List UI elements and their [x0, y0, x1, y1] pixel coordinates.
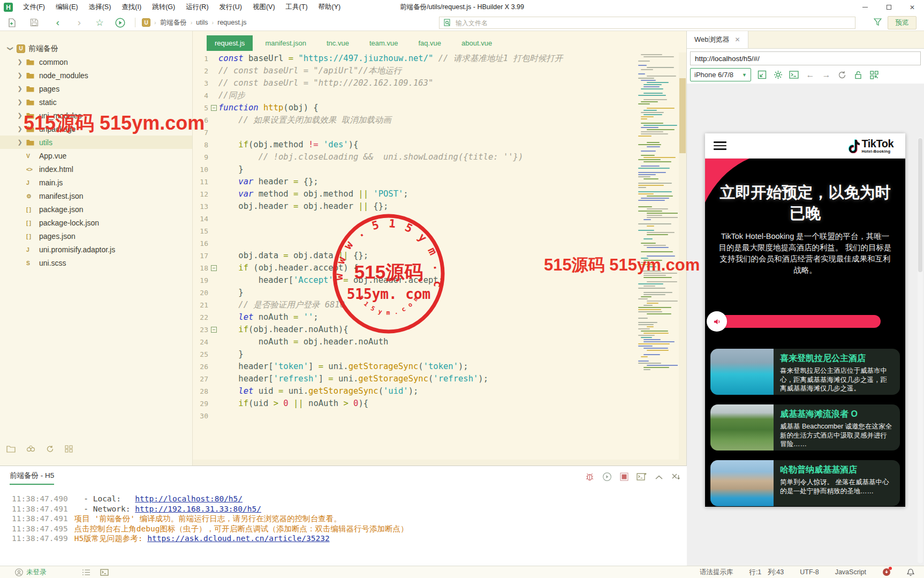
menu-工具(T)[interactable]: 工具(T) [281, 0, 313, 14]
menu-跳转(G)[interactable]: 跳转(G) [147, 0, 180, 14]
close-tab-icon[interactable]: ✕ [735, 36, 740, 43]
browser-refresh-button[interactable] [837, 70, 847, 80]
code-line-18[interactable]: 18− if (obj.header.accept) { [193, 262, 635, 274]
address-bar[interactable] [690, 51, 921, 65]
qr-code-button[interactable] [869, 70, 880, 80]
editor-tab-request.js[interactable]: request.js [207, 35, 253, 51]
line-number[interactable]: 11 [193, 176, 210, 188]
hotel-card[interactable]: 哈勒普纳威基基酒店简单到令人惊讶。 坐落在威基基中心的是一处宁静而精致的圣地…… [710, 460, 900, 506]
console-link[interactable]: http://192.168.31.33:80/h5/ [135, 505, 261, 513]
terminal-button[interactable] [100, 569, 109, 576]
menu-发行(U)[interactable]: 发行(U) [214, 0, 247, 14]
new-file-button[interactable] [6, 17, 17, 28]
menu-选择(S)[interactable]: 选择(S) [84, 0, 117, 14]
tree-folder-utils[interactable]: ❯utils [0, 136, 192, 149]
code-line-23[interactable]: 23− if(obj.header.noAuth){ [193, 324, 635, 336]
minimap[interactable] [638, 54, 678, 378]
code-line-8[interactable]: 8 if(obj.method != 'des'){ [193, 139, 635, 151]
line-number[interactable]: 9 [193, 151, 210, 163]
line-number[interactable]: 23 [193, 324, 210, 336]
code-line-26[interactable]: 26 header['token'] = uni.getStorageSync(… [193, 361, 635, 373]
console-link[interactable]: http://localhost:80/h5/ [135, 494, 243, 503]
line-number[interactable]: 20 [193, 287, 210, 299]
tree-file-uni.promisify.adaptor.js[interactable]: Juni.promisify.adaptor.js [0, 243, 192, 256]
run-button[interactable] [115, 17, 125, 28]
menu-编辑(E)[interactable]: 编辑(E) [50, 0, 84, 14]
tree-folder-static[interactable]: ❯static [0, 95, 192, 109]
tree-file-App.vue[interactable]: VApp.vue [0, 149, 192, 162]
device-select[interactable]: iPhone 6/7/8 ▼ [690, 68, 751, 81]
expand-icon[interactable]: ❯ [16, 58, 24, 65]
code-line-14[interactable]: 14 [193, 213, 635, 225]
code-line-28[interactable]: 28 let uid = uni.getStorageSync('uid'); [193, 385, 635, 397]
menu-帮助(Y)[interactable]: 帮助(Y) [313, 0, 346, 14]
line-number[interactable]: 28 [193, 385, 210, 397]
expand-icon[interactable]: ❯ [16, 125, 24, 132]
line-number[interactable]: 14 [193, 213, 210, 225]
editor-scrollbar[interactable] [679, 52, 686, 466]
restart-button[interactable] [602, 472, 612, 484]
line-number[interactable]: 3 [193, 77, 210, 89]
line-number[interactable]: 19 [193, 274, 210, 287]
line-number[interactable]: 13 [193, 200, 210, 213]
code-line-5[interactable]: 5−function http(obj) { [193, 102, 635, 114]
cursor-col[interactable]: 列:43 [768, 568, 784, 577]
tree-root-project[interactable]: ❯U前端备份 [0, 42, 192, 55]
code-area[interactable]: 1const baseUrl = "https://497.jiuzhouw.n… [193, 52, 635, 459]
code-line-29[interactable]: 29 if(uid > 0 || noAuth > 0){ [193, 397, 635, 410]
editor-hscrollbar[interactable] [193, 460, 679, 466]
preview-button[interactable]: 预览 [888, 16, 917, 29]
save-button[interactable] [29, 17, 40, 28]
minimize-button[interactable] [853, 0, 877, 14]
tree-folder-node_modules[interactable]: ❯node_modules [0, 69, 192, 82]
fold-icon[interactable]: − [211, 265, 217, 271]
tree-file-uni.scss[interactable]: Suni.scss [0, 256, 192, 269]
code-line-15[interactable]: 15 [193, 225, 635, 237]
breadcrumb[interactable]: U › 前端备份 › utils › request.js [142, 18, 246, 27]
tree-settings-button[interactable] [65, 445, 73, 453]
hamburger-menu-icon[interactable] [714, 141, 726, 150]
maximize-button[interactable] [877, 0, 900, 14]
line-number[interactable]: 5 [193, 102, 210, 114]
tree-file-index.html[interactable]: <>index.html [0, 162, 192, 176]
fold-icon[interactable]: − [211, 327, 217, 333]
expand-icon[interactable]: ❯ [7, 45, 14, 52]
editor-tab-team.vue[interactable]: team.vue [361, 35, 406, 51]
menu-视图(V)[interactable]: 视图(V) [247, 0, 281, 14]
line-number[interactable]: 30 [193, 410, 210, 422]
code-line-27[interactable]: 27 header['refresh'] = uni.getStorageSyn… [193, 373, 635, 385]
browser-settings-button[interactable] [773, 70, 783, 80]
line-number[interactable]: 4 [193, 89, 210, 102]
line-number[interactable]: 10 [193, 163, 210, 176]
syntax-lib-status[interactable]: 语法提示库 [700, 568, 733, 577]
line-number[interactable]: 26 [193, 361, 210, 373]
menu-查找(I)[interactable]: 查找(I) [116, 0, 147, 14]
stop-button[interactable] [620, 472, 628, 483]
expand-icon[interactable]: ❯ [16, 112, 24, 119]
code-line-4[interactable]: 4//同步 [193, 89, 635, 102]
line-number[interactable]: 27 [193, 373, 210, 385]
close-button[interactable]: ✕ [900, 0, 924, 14]
url-input[interactable] [695, 55, 916, 63]
line-number[interactable]: 12 [193, 188, 210, 200]
back-button[interactable]: ‹ [52, 17, 63, 28]
update-button[interactable] [882, 568, 891, 576]
devtools-console-button[interactable] [789, 70, 799, 80]
hotel-name[interactable]: 威基基海滩流浪者 O [780, 409, 893, 420]
code-line-13[interactable]: 13 obj.header = obj.header || {}; [193, 200, 635, 213]
file-search-box[interactable] [439, 17, 855, 29]
collapse-console-button[interactable] [655, 473, 663, 483]
cursor-line[interactable]: 行:1 [749, 568, 761, 577]
tree-file-package-lock.json[interactable]: [ ]package-lock.json [0, 216, 192, 229]
line-number[interactable]: 15 [193, 225, 210, 237]
scrollbar-thumb[interactable] [679, 78, 686, 153]
code-line-25[interactable]: 25 } [193, 348, 635, 361]
console-tab[interactable]: 前端备份 - H5 [10, 471, 54, 485]
clear-console-button[interactable] [671, 473, 680, 483]
line-number[interactable]: 8 [193, 139, 210, 151]
code-line-21[interactable]: 21 // 是否验证用户登录 6810 [193, 299, 635, 311]
code-line-2[interactable]: 2// const baseUrl = "/apiUrl"//本地运行 [193, 65, 635, 77]
language-mode[interactable]: JavaScript [835, 568, 866, 576]
refresh-tree-button[interactable] [46, 445, 54, 453]
hotel-name[interactable]: 喜来登凯拉尼公主酒店 [780, 353, 893, 364]
